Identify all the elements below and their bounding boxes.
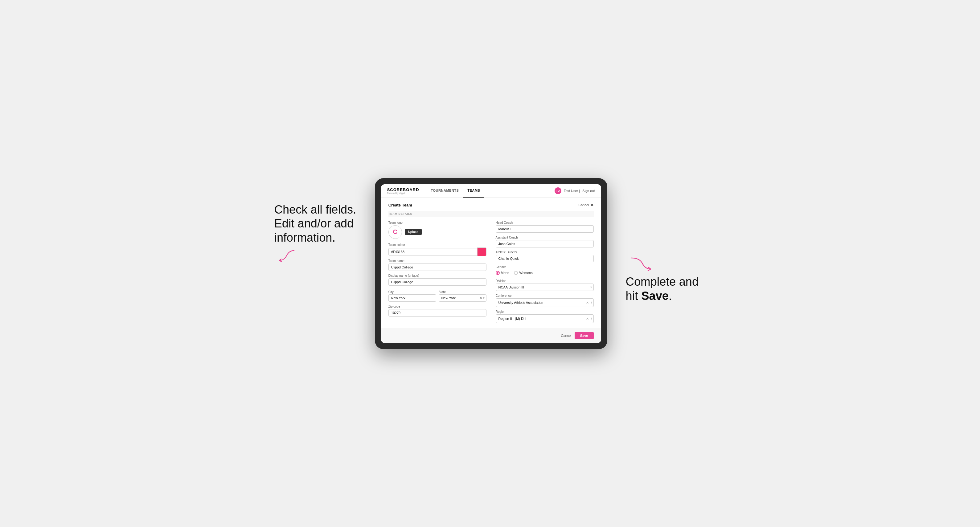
team-colour-field: Team colour [388, 243, 487, 256]
city-label: City [388, 290, 394, 294]
zip-code-field: Zip code [388, 305, 487, 316]
modal-cancel-header[interactable]: Cancel ✕ [578, 203, 593, 207]
form-left-col: Team logo C Upload [388, 221, 487, 323]
save-button[interactable]: Save [574, 332, 594, 339]
city-state-field: City State ✕ ▾ [388, 289, 487, 302]
form-right-col: Head Coach Assistant Coach Athletic Dire… [496, 221, 594, 323]
athletic-director-field: Athletic Director [496, 251, 594, 262]
color-input-row [388, 248, 487, 256]
team-colour-label: Team colour [388, 243, 487, 246]
left-arrow-icon [274, 248, 299, 263]
annotation-line1: Check all fields. [274, 203, 356, 216]
nav-user: TU Test User | Sign out [555, 187, 595, 194]
modal-title: Create Team [388, 203, 412, 207]
conference-arrows-icon[interactable]: ⬍ [590, 301, 592, 304]
head-coach-label: Head Coach [496, 221, 594, 224]
app-logo: SCOREBOARD Powered by clippd [387, 187, 419, 194]
division-select[interactable]: NCAA Division III [496, 284, 594, 291]
region-actions: ✕ ⬍ [586, 317, 592, 320]
division-label: Division [496, 279, 594, 283]
close-icon[interactable]: ✕ [590, 203, 594, 207]
city-input[interactable] [388, 294, 436, 302]
state-group: State ✕ ▾ [439, 289, 487, 302]
tab-tournaments[interactable]: TOURNAMENTS [426, 184, 463, 198]
modal-header: Create Team Cancel ✕ [388, 203, 594, 207]
team-name-label: Team name [388, 259, 487, 263]
athletic-director-label: Athletic Director [496, 251, 594, 254]
logo-circle: C [388, 225, 402, 239]
annotation-line2: Edit and/or add [274, 217, 354, 230]
region-label: Region [496, 310, 594, 313]
annotation-line3: information. [274, 231, 336, 244]
form-body: Team logo C Upload [388, 221, 594, 323]
color-swatch[interactable] [477, 248, 487, 256]
logo-subtitle: Powered by clippd [387, 192, 419, 194]
conference-input[interactable]: University Athletic Association [496, 298, 594, 307]
conference-actions: ✕ ⬍ [586, 301, 592, 304]
section-label: TEAM DETAILS [388, 211, 594, 217]
city-group: City [388, 289, 436, 302]
modal-content: Create Team Cancel ✕ TEAM DETAILS Team l… [381, 198, 601, 328]
tablet-frame: SCOREBOARD Powered by clippd TOURNAMENTS… [375, 178, 607, 349]
user-name: Test User | [564, 189, 580, 193]
cancel-button[interactable]: Cancel [561, 334, 571, 338]
zip-label: Zip code [388, 305, 487, 308]
modal-footer: Cancel Save [381, 328, 601, 343]
region-arrows-icon[interactable]: ⬍ [590, 317, 592, 320]
display-name-input[interactable] [388, 278, 487, 286]
region-clear-icon[interactable]: ✕ [586, 317, 589, 320]
zip-input[interactable] [388, 309, 487, 316]
annotation-left: Check all fields. Edit and/or add inform… [274, 178, 356, 267]
division-select-wrapper: NCAA Division III ▾ [496, 284, 594, 291]
state-select-wrapper: ✕ ▾ [439, 294, 487, 302]
region-field: Region Region II - (M) DIII ✕ ⬍ [496, 310, 594, 323]
conference-select-wrapper: University Athletic Association ✕ ⬍ [496, 298, 594, 307]
tab-teams[interactable]: TEAMS [463, 184, 484, 198]
display-name-label: Display name (unique) [388, 274, 487, 277]
annotation-right-line2: hit Save. [626, 289, 672, 302]
gender-label: Gender [496, 265, 594, 269]
team-name-input[interactable] [388, 264, 487, 271]
team-name-field: Team name [388, 259, 487, 271]
radio-womens[interactable] [514, 271, 518, 275]
region-input[interactable]: Region II - (M) DIII [496, 314, 594, 323]
sign-out-link[interactable]: Sign out [582, 189, 595, 193]
head-coach-input[interactable] [496, 225, 594, 233]
region-select-wrapper: Region II - (M) DIII ✕ ⬍ [496, 314, 594, 323]
assistant-coach-field: Assistant Coach [496, 236, 594, 248]
team-colour-input[interactable] [388, 248, 477, 256]
nav-tabs: TOURNAMENTS TEAMS [426, 184, 555, 198]
team-logo-field: Team logo C Upload [388, 221, 487, 240]
state-input[interactable] [439, 294, 487, 302]
city-state-row: City State ✕ ▾ [388, 289, 487, 302]
conference-label: Conference [496, 294, 594, 297]
gender-field: Gender Mens Womens [496, 265, 594, 276]
logo-text: SCOREBOARD [387, 187, 419, 192]
conference-clear-icon[interactable]: ✕ [586, 301, 589, 304]
assistant-coach-input[interactable] [496, 240, 594, 248]
state-label: State [439, 290, 446, 294]
right-arrow-icon [626, 255, 654, 272]
radio-mens[interactable] [496, 271, 500, 275]
team-logo-label: Team logo [388, 221, 487, 224]
gender-womens-option[interactable]: Womens [514, 271, 532, 275]
display-name-field: Display name (unique) [388, 274, 487, 286]
nav-bar: SCOREBOARD Powered by clippd TOURNAMENTS… [381, 184, 601, 198]
logo-area: C Upload [388, 225, 487, 239]
tablet-screen: SCOREBOARD Powered by clippd TOURNAMENTS… [381, 184, 601, 343]
assistant-coach-label: Assistant Coach [496, 236, 594, 239]
conference-field: Conference University Athletic Associati… [496, 294, 594, 307]
division-field: Division NCAA Division III ▾ [496, 279, 594, 291]
avatar: TU [555, 187, 562, 194]
gender-row: Mens Womens [496, 270, 594, 276]
annotation-right-line1: Complete and [626, 275, 699, 288]
head-coach-field: Head Coach [496, 221, 594, 233]
athletic-director-input[interactable] [496, 255, 594, 262]
annotation-right: Complete and hit Save. [626, 178, 706, 303]
gender-mens-option[interactable]: Mens [496, 271, 509, 275]
upload-button[interactable]: Upload [405, 229, 422, 235]
